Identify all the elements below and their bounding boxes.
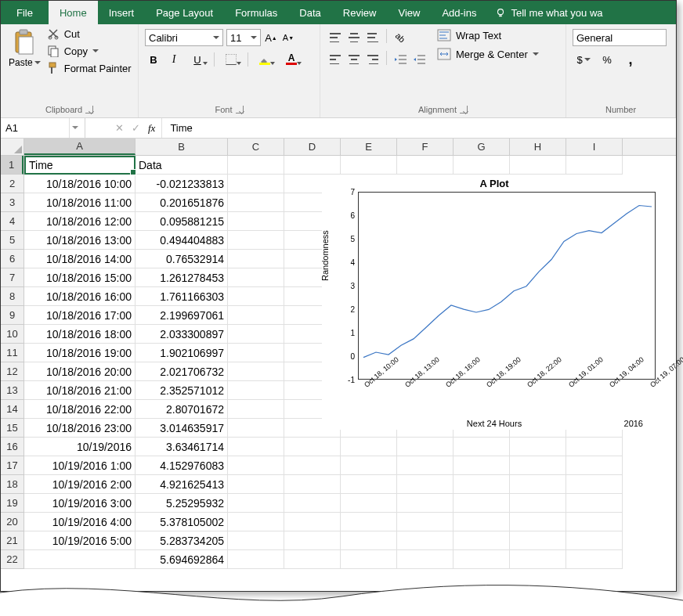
- menu-review[interactable]: Review: [332, 1, 388, 24]
- decrease-font-button[interactable]: A▼: [281, 31, 295, 45]
- cell-B7[interactable]: 1.261278453: [136, 268, 228, 287]
- row-header-2[interactable]: 2: [1, 175, 23, 193]
- cell-I22[interactable]: [566, 550, 623, 569]
- cell-B3[interactable]: 0.201651876: [136, 193, 228, 212]
- cell-H1[interactable]: [510, 156, 566, 175]
- row-header-17[interactable]: 17: [1, 456, 23, 475]
- paste-button[interactable]: Paste: [7, 27, 42, 74]
- row-header-11[interactable]: 11: [1, 344, 23, 362]
- row-header-1[interactable]: 1: [1, 156, 23, 175]
- percent-button[interactable]: %: [596, 51, 618, 68]
- name-box[interactable]: A1: [1, 118, 85, 138]
- cell-D17[interactable]: [284, 456, 341, 475]
- row-header-16[interactable]: 16: [1, 438, 23, 456]
- cell-C10[interactable]: [228, 325, 284, 344]
- cell-C4[interactable]: [228, 212, 284, 231]
- row-header-22[interactable]: 22: [1, 550, 23, 569]
- cell-C22[interactable]: [228, 550, 284, 569]
- cut-button[interactable]: Cut: [47, 27, 132, 40]
- cell-A6[interactable]: 10/18/2016 14:00: [24, 250, 136, 268]
- cell-C11[interactable]: [228, 344, 284, 362]
- cell-A21[interactable]: 10/19/2016 5:00: [24, 531, 136, 550]
- row-header-5[interactable]: 5: [1, 231, 23, 250]
- cell-G18[interactable]: [454, 475, 510, 494]
- cell-I1[interactable]: [566, 156, 623, 175]
- spreadsheet-grid[interactable]: ABCDEFGHI 123456789101112131415161718192…: [1, 139, 676, 591]
- column-header-a[interactable]: A: [24, 139, 136, 155]
- cell-B13[interactable]: 2.352571012: [136, 381, 228, 400]
- cell-D22[interactable]: [284, 550, 341, 569]
- increase-indent-button[interactable]: [410, 51, 428, 68]
- cell-B5[interactable]: 0.494404883: [136, 231, 228, 250]
- cell-B10[interactable]: 2.033300897: [136, 325, 228, 344]
- align-center-button[interactable]: [345, 51, 363, 68]
- orientation-button[interactable]: ab: [392, 29, 409, 46]
- cell-C12[interactable]: [228, 362, 284, 381]
- tell-me-search[interactable]: Tell me what you wa: [487, 1, 676, 24]
- cell-G21[interactable]: [454, 531, 510, 550]
- cell-B18[interactable]: 4.921625413: [136, 475, 228, 494]
- cell-A16[interactable]: 10/19/2016: [24, 438, 136, 456]
- underline-button[interactable]: U: [186, 51, 209, 68]
- font-size-select[interactable]: 11: [226, 29, 261, 46]
- cell-D20[interactable]: [284, 513, 341, 531]
- cell-A20[interactable]: 10/19/2016 4:00: [24, 513, 136, 531]
- formula-input[interactable]: Time: [162, 118, 676, 138]
- decrease-indent-button[interactable]: [392, 51, 409, 68]
- cell-B6[interactable]: 0.76532914: [136, 250, 228, 268]
- font-color-button[interactable]: A: [280, 51, 303, 68]
- cell-G17[interactable]: [454, 456, 510, 475]
- cell-G22[interactable]: [454, 550, 510, 569]
- cell-B12[interactable]: 2.021706732: [136, 362, 228, 381]
- cell-A15[interactable]: 10/18/2016 23:00: [24, 419, 136, 438]
- cell-F22[interactable]: [397, 550, 454, 569]
- align-middle-button[interactable]: [345, 29, 363, 46]
- row-header-6[interactable]: 6: [1, 250, 23, 268]
- cell-C5[interactable]: [228, 231, 284, 250]
- cell-B16[interactable]: 3.63461714: [136, 438, 228, 456]
- cell-I19[interactable]: [566, 494, 623, 513]
- menu-data[interactable]: Data: [288, 1, 331, 24]
- format-painter-button[interactable]: Format Painter: [47, 62, 132, 74]
- row-header-21[interactable]: 21: [1, 531, 23, 550]
- cell-D18[interactable]: [284, 475, 341, 494]
- cell-C18[interactable]: [228, 475, 284, 494]
- cell-B11[interactable]: 1.902106997: [136, 344, 228, 362]
- row-header-14[interactable]: 14: [1, 400, 23, 419]
- menu-view[interactable]: View: [387, 1, 431, 24]
- cell-A8[interactable]: 10/18/2016 16:00: [24, 287, 136, 306]
- column-header-e[interactable]: E: [341, 139, 397, 155]
- dialog-launcher-icon[interactable]: [85, 106, 93, 113]
- cell-I18[interactable]: [566, 475, 623, 494]
- cell-A17[interactable]: 10/19/2016 1:00: [24, 456, 136, 475]
- menu-home[interactable]: Home: [49, 1, 98, 24]
- cell-A4[interactable]: 10/18/2016 12:00: [24, 212, 136, 231]
- cell-F20[interactable]: [397, 513, 454, 531]
- column-header-g[interactable]: G: [454, 139, 510, 155]
- row-header-7[interactable]: 7: [1, 268, 23, 287]
- fill-color-button[interactable]: [253, 51, 276, 68]
- row-header-18[interactable]: 18: [1, 475, 23, 494]
- cell-C15[interactable]: [228, 419, 284, 438]
- cell-H17[interactable]: [510, 456, 566, 475]
- cell-E17[interactable]: [341, 456, 397, 475]
- cell-H18[interactable]: [510, 475, 566, 494]
- enter-formula-button[interactable]: ✓: [132, 122, 140, 134]
- cell-B17[interactable]: 4.152976083: [136, 456, 228, 475]
- cell-C6[interactable]: [228, 250, 284, 268]
- cell-A12[interactable]: 10/18/2016 20:00: [24, 362, 136, 381]
- cell-H20[interactable]: [510, 513, 566, 531]
- cell-D19[interactable]: [284, 494, 341, 513]
- font-name-select[interactable]: Calibri: [145, 29, 223, 46]
- cell-C2[interactable]: [228, 175, 284, 193]
- row-header-8[interactable]: 8: [1, 287, 23, 306]
- cell-A9[interactable]: 10/18/2016 17:00: [24, 306, 136, 325]
- align-left-button[interactable]: [327, 51, 344, 68]
- row-header-19[interactable]: 19: [1, 494, 23, 513]
- cell-A22[interactable]: [24, 550, 136, 569]
- cell-E1[interactable]: [341, 156, 397, 175]
- comma-button[interactable]: ,: [620, 51, 641, 68]
- cell-A3[interactable]: 10/18/2016 11:00: [24, 193, 136, 212]
- cell-I17[interactable]: [566, 456, 623, 475]
- cell-B20[interactable]: 5.378105002: [136, 513, 228, 531]
